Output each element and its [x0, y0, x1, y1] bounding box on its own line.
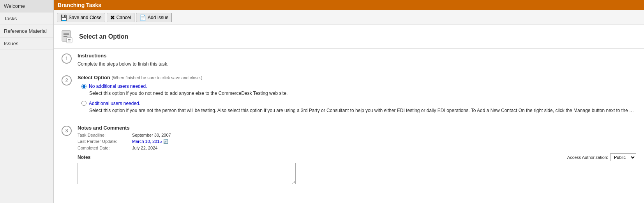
- step-3-title: Notes and Comments: [78, 125, 636, 131]
- add-issue-button[interactable]: 📄 Add Issue: [136, 13, 172, 22]
- sidebar-item-welcome[interactable]: Welcome: [0, 0, 53, 12]
- radio-options: No additional users needed. Select this …: [81, 84, 636, 114]
- step-1: 1 Instructions Complete the steps below …: [62, 53, 636, 68]
- radio-option-additional-users: Additional users needed. Select this opt…: [81, 101, 636, 114]
- completed-date-label: Completed Date:: [78, 146, 132, 150]
- sidebar-item-reference-material[interactable]: Reference Material: [0, 25, 53, 37]
- last-partner-update-label: Last Partner Update:: [78, 139, 132, 144]
- save-and-close-label: Save and Close: [69, 15, 102, 20]
- header-icon: [60, 29, 75, 45]
- sidebar-item-tasks[interactable]: Tasks: [0, 12, 53, 25]
- task-deadline-value: September 30, 2007: [132, 133, 171, 137]
- add-issue-label: Add Issue: [148, 15, 168, 20]
- step-1-body: Complete the steps below to finish this …: [78, 61, 636, 68]
- step-3-number: 3: [62, 126, 72, 136]
- cancel-button[interactable]: ✖ Cancel: [107, 13, 134, 22]
- notes-meta: Task Deadline: September 30, 2007 Last P…: [78, 133, 636, 150]
- radio-additional-users[interactable]: [81, 101, 86, 106]
- sidebar: Welcome Tasks Reference Material Issues: [0, 0, 54, 203]
- notes-label: Notes: [78, 155, 90, 160]
- step-1-content: Instructions Complete the steps below to…: [78, 53, 636, 68]
- step-3-content: Notes and Comments Task Deadline: Septem…: [78, 125, 636, 185]
- step-2: 2 Select Option (When finished be sure t…: [62, 75, 636, 118]
- toolbar: 💾 Save and Close ✖ Cancel 📄 Add Issue: [54, 10, 644, 25]
- completed-date-value: July 22, 2024: [132, 146, 157, 150]
- add-issue-icon: 📄: [139, 14, 146, 21]
- title-bar: Branching Tasks: [54, 0, 644, 10]
- access-auth-label: Access Authorization:: [567, 155, 608, 160]
- step-2-subtitle: (When finished be sure to click save and…: [111, 75, 202, 80]
- main-content: Branching Tasks 💾 Save and Close ✖ Cance…: [54, 0, 644, 203]
- save-and-close-button[interactable]: 💾 Save and Close: [57, 13, 105, 22]
- notes-section: Task Deadline: September 30, 2007 Last P…: [78, 133, 636, 185]
- step-2-content: Select Option (When finished be sure to …: [78, 75, 636, 118]
- completed-date-row: Completed Date: July 22, 2024: [78, 146, 636, 150]
- cancel-label: Cancel: [116, 15, 131, 20]
- last-partner-update-row: Last Partner Update: March 10, 2015 🔄: [78, 139, 636, 144]
- sidebar-item-issues[interactable]: Issues: [0, 37, 53, 50]
- refresh-icon[interactable]: 🔄: [163, 139, 169, 144]
- radio-additional-users-label[interactable]: Additional users needed.: [89, 101, 140, 106]
- radio-no-additional-label[interactable]: No additional users needed.: [89, 84, 147, 89]
- svg-rect-1: [64, 33, 69, 34]
- page-header: Select an Option: [54, 25, 644, 49]
- step-1-title: Instructions: [78, 53, 636, 59]
- svg-rect-2: [64, 34, 69, 35]
- radio-additional-users-desc: Select this option if you are not the pe…: [89, 107, 635, 114]
- page-title-bar-text: Branching Tasks: [58, 2, 101, 8]
- svg-rect-4: [67, 37, 72, 43]
- access-auth-container: Access Authorization: Public Private: [567, 153, 636, 161]
- step-1-number: 1: [62, 53, 72, 64]
- svg-rect-5: [68, 39, 71, 40]
- radio-option-no-additional: No additional users needed. Select this …: [81, 84, 636, 97]
- save-icon: 💾: [60, 14, 67, 21]
- svg-rect-6: [68, 41, 71, 41]
- svg-rect-3: [64, 36, 67, 37]
- radio-no-additional-desc: Select this option if you do not need to…: [89, 90, 636, 97]
- notes-row: Notes Access Authorization: Public Priva…: [78, 153, 636, 161]
- step-2-title: Select Option (When finished be sure to …: [78, 75, 636, 80]
- task-deadline-row: Task Deadline: September 30, 2007: [78, 133, 636, 137]
- step-3: 3 Notes and Comments Task Deadline: Sept…: [62, 125, 636, 185]
- page-title: Select an Option: [79, 33, 128, 40]
- access-auth-select[interactable]: Public Private: [610, 153, 636, 161]
- task-deadline-label: Task Deadline:: [78, 133, 132, 137]
- last-partner-update-value: March 10, 2015: [132, 139, 162, 144]
- notes-textarea[interactable]: [78, 163, 296, 184]
- radio-no-additional[interactable]: [81, 84, 86, 89]
- step-2-number: 2: [62, 75, 72, 85]
- radio-row-2: Additional users needed.: [81, 101, 636, 106]
- steps-container: 1 Instructions Complete the steps below …: [54, 49, 644, 203]
- cancel-icon: ✖: [110, 14, 115, 21]
- content-area: Select an Option 1 Instructions Complete…: [54, 25, 644, 203]
- radio-row-1: No additional users needed.: [81, 84, 636, 89]
